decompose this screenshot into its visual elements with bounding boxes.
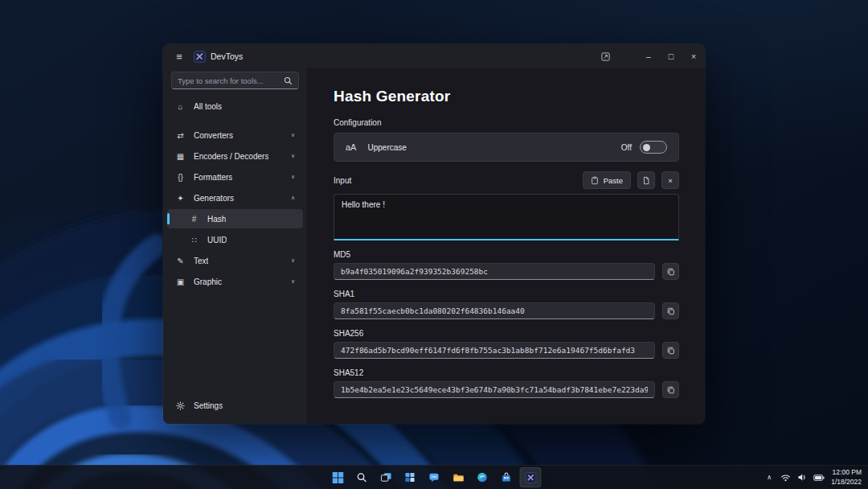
sidebar-item-encoders-decoders[interactable]: ▦ Encoders / Decoders ∨ <box>167 146 303 166</box>
uppercase-toggle[interactable] <box>640 141 667 154</box>
chevron-down-icon: ∨ <box>291 132 295 138</box>
sha512-output-field[interactable] <box>334 381 655 398</box>
paste-button[interactable]: Paste <box>583 171 631 189</box>
uppercase-setting-card: aA Uppercase Off <box>334 133 679 162</box>
close-button[interactable]: × <box>682 44 705 68</box>
file-icon <box>642 176 650 185</box>
sidebar-item-text[interactable]: ✎ Text ∨ <box>167 251 303 270</box>
tools-searchbox[interactable] <box>171 72 299 89</box>
file-explorer-button[interactable] <box>448 467 469 487</box>
store-button[interactable] <box>496 467 518 487</box>
start-button[interactable] <box>327 467 349 487</box>
copy-icon <box>667 268 675 276</box>
uppercase-label: Uppercase <box>367 143 406 152</box>
tray-time: 12:00 PM <box>831 468 862 477</box>
sha256-output-field[interactable] <box>334 342 655 359</box>
widgets-button[interactable] <box>399 467 421 487</box>
encoders-icon: ▦ <box>175 152 186 161</box>
clear-input-button[interactable]: × <box>661 171 679 189</box>
maximize-button[interactable]: □ <box>660 44 682 68</box>
copy-icon <box>667 307 675 315</box>
graphic-tool-icon: ▣ <box>175 277 186 286</box>
md5-output-field[interactable] <box>334 263 655 280</box>
md5-label: MD5 <box>334 250 679 259</box>
sidebar-item-uuid[interactable]: ∷ UUID <box>167 230 303 249</box>
page-title: Hash Generator <box>334 88 679 105</box>
chevron-down-icon: ∨ <box>291 174 295 180</box>
clock[interactable]: 12:00 PM 1/18/2022 <box>831 468 862 486</box>
sidebar-item-formatters[interactable]: {} Formatters ∨ <box>167 167 303 187</box>
tray-date: 1/18/2022 <box>831 478 862 487</box>
sidebar-item-settings[interactable]: Settings <box>167 396 303 415</box>
copy-icon <box>667 347 675 355</box>
compact-overlay-icon <box>601 52 610 61</box>
sidebar: ⌂ All tools ⇄ Converters ∨ ▦ Encoders / … <box>163 68 307 424</box>
gear-icon <box>175 401 186 410</box>
configuration-label: Configuration <box>334 118 679 127</box>
generators-icon: ✦ <box>175 194 186 203</box>
sidebar-item-converters[interactable]: ⇄ Converters ∨ <box>167 125 303 145</box>
sidebar-item-hash[interactable]: # Hash <box>167 209 303 228</box>
sha1-output-field[interactable] <box>334 302 655 319</box>
chevron-down-icon: ∨ <box>291 257 295 264</box>
text-tool-icon: ✎ <box>175 257 186 265</box>
volume-icon[interactable] <box>797 473 807 482</box>
hash-section-sha512: SHA512 <box>334 368 679 398</box>
copy-sha512-button[interactable] <box>662 381 679 398</box>
file-explorer-icon <box>452 472 464 483</box>
widgets-icon <box>405 472 416 483</box>
sidebar-item-graphic[interactable]: ▣ Graphic ∨ <box>167 272 303 291</box>
sha1-label: SHA1 <box>334 290 679 298</box>
hamburger-menu-button[interactable]: ≡ <box>168 44 190 68</box>
copy-md5-button[interactable] <box>662 263 679 280</box>
uuid-icon: ∷ <box>189 236 199 244</box>
main-content: Hash Generator Configuration aA Uppercas… <box>307 68 705 424</box>
search-icon <box>357 472 367 483</box>
hash-icon: # <box>189 215 199 224</box>
sha256-label: SHA256 <box>334 329 679 338</box>
devtoys-icon <box>525 472 536 483</box>
input-label: Input <box>334 176 351 185</box>
formatters-icon: {} <box>175 173 186 182</box>
task-view-icon <box>380 472 391 483</box>
windows-logo-icon <box>332 472 343 483</box>
taskbar-search-button[interactable] <box>351 467 373 487</box>
minimize-button[interactable]: – <box>637 44 660 68</box>
hash-section-md5: MD5 <box>334 250 679 280</box>
titlebar[interactable]: ≡ DevToys – □ × <box>163 44 705 68</box>
uppercase-icon: aA <box>346 142 356 152</box>
search-icon <box>284 76 293 85</box>
sha512-label: SHA512 <box>334 368 679 377</box>
toggle-knob <box>643 144 650 151</box>
converters-icon: ⇄ <box>175 131 186 140</box>
edge-button[interactable] <box>472 467 493 487</box>
compact-overlay-button[interactable] <box>594 44 616 68</box>
devtoys-taskbar-button[interactable] <box>520 467 542 487</box>
copy-sha256-button[interactable] <box>662 342 679 359</box>
devtoys-window: ≡ DevToys – □ × <box>163 44 705 424</box>
taskbar: ∧ <box>0 465 868 489</box>
task-view-button[interactable] <box>375 467 397 487</box>
chevron-up-icon: ∧ <box>291 195 295 201</box>
copy-sha1-button[interactable] <box>662 302 679 319</box>
chevron-down-icon: ∨ <box>291 278 295 285</box>
search-input[interactable] <box>178 76 284 85</box>
edge-icon <box>477 472 488 483</box>
home-icon: ⌂ <box>175 102 186 111</box>
tray-expand-button[interactable]: ∧ <box>764 474 774 481</box>
app-title: DevToys <box>211 51 243 61</box>
chat-button[interactable] <box>424 467 445 487</box>
sidebar-item-all-tools[interactable]: ⌂ All tools <box>167 97 303 116</box>
hash-section-sha1: SHA1 <box>334 290 679 319</box>
desktop: ≡ DevToys – □ × <box>0 0 868 489</box>
open-file-button[interactable] <box>637 171 655 189</box>
hash-section-sha256: SHA256 <box>334 329 679 359</box>
copy-icon <box>667 386 675 394</box>
devtoys-logo-icon <box>194 51 206 63</box>
uppercase-toggle-state: Off <box>621 143 632 152</box>
battery-icon[interactable] <box>813 474 825 482</box>
sidebar-item-generators[interactable]: ✦ Generators ∧ <box>167 188 303 208</box>
clear-icon: × <box>668 176 673 185</box>
input-textarea[interactable]: Hello there ! <box>334 194 679 240</box>
network-icon[interactable] <box>780 473 791 482</box>
